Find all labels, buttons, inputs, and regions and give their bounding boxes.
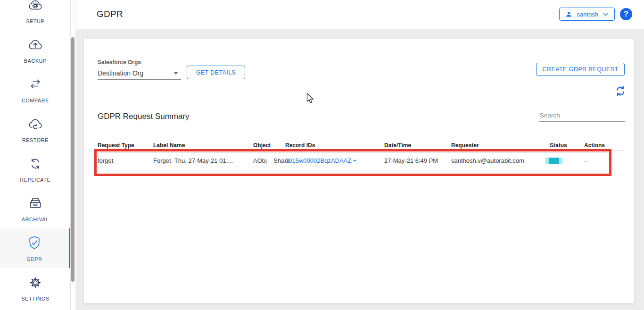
- column-header: Requester: [451, 142, 550, 149]
- replicate-icon: [27, 156, 43, 174]
- create-gdpr-request-button[interactable]: CREATE GDPR REQUEST: [536, 63, 625, 76]
- column-header: Object: [253, 142, 285, 149]
- cloud-upload-icon: [27, 37, 43, 55]
- sidebar-scrollbar-track[interactable]: [70, 0, 75, 310]
- org-select-value: Destination Org: [98, 69, 143, 77]
- sidebar-item-settings[interactable]: SETTINGS: [0, 268, 71, 308]
- record-ids-link[interactable]: 0015w00002BqzADAAZ +: [285, 157, 356, 164]
- sidebar-item-compare[interactable]: COMPARE: [0, 70, 71, 109]
- status-progress-bar: [545, 158, 562, 164]
- chevron-down-icon: [603, 11, 609, 17]
- column-header: Record IDs: [285, 142, 384, 149]
- shield-check-icon: [26, 235, 42, 253]
- org-select-label: Salesforce Orgs: [98, 59, 141, 66]
- help-icon[interactable]: ?: [620, 8, 632, 20]
- archive-icon: [27, 195, 43, 213]
- org-select[interactable]: Destination Org: [98, 67, 181, 80]
- sidebar-item-label: COMPARE: [22, 98, 49, 103]
- sidebar-item-label: RESTORE: [22, 137, 49, 143]
- sidebar-item-label: REPLICATE: [20, 177, 51, 183]
- user-name: santosh: [577, 11, 598, 18]
- gdpr-card: Salesforce Orgs Destination Org GET DETA…: [84, 39, 634, 303]
- column-header: Request Type: [98, 142, 153, 149]
- column-header: Actions: [584, 142, 644, 149]
- table-header-divider: [94, 151, 624, 151]
- cell-object: AObj__Share: [253, 157, 285, 174]
- get-details-button[interactable]: GET DETAILS: [187, 66, 245, 79]
- cell-date-time: 27-May-21 6:49 PM: [384, 157, 451, 174]
- column-header: Status: [550, 142, 584, 149]
- sidebar-item-archival[interactable]: ARCHIVAL: [0, 189, 71, 228]
- dropdown-arrow-icon: [173, 72, 178, 75]
- sidebar-item-replicate[interactable]: REPLICATE: [0, 149, 71, 189]
- cloud-gear-icon: [27, 0, 43, 15]
- sidebar-scrollbar-thumb[interactable]: [71, 37, 74, 282]
- sidebar-item-backup[interactable]: BACKUP: [0, 30, 71, 70]
- search-input[interactable]: [539, 109, 625, 122]
- cloud-restore-icon: [27, 116, 43, 134]
- sidebar-item-gdpr[interactable]: GDPR: [0, 228, 71, 268]
- sidebar: SETUP BACKUP COMPARE: [0, 0, 71, 310]
- refresh-icon[interactable]: [615, 86, 626, 96]
- table-header-row: Request Type Label Name Object Record ID…: [98, 142, 644, 149]
- cell-label-name: Forget_Thu, 27-May-21 01:...: [153, 157, 253, 174]
- cell-requester: santhosh.v@autorabit.com: [451, 157, 550, 174]
- cell-actions: --: [584, 157, 612, 174]
- main-region: GDPR santosh ? Salesforce Orgs Des: [76, 0, 644, 310]
- user-menu-button[interactable]: santosh: [559, 8, 615, 21]
- topbar: GDPR santosh ?: [76, 0, 644, 29]
- column-header: Date/Time: [384, 142, 451, 149]
- status-progress-fill: [549, 158, 559, 164]
- sidebar-item-label: SETTINGS: [22, 296, 50, 302]
- cell-request-type: forget: [98, 157, 153, 174]
- sidebar-item-label: ARCHIVAL: [22, 217, 49, 222]
- summary-title: GDPR Request Summary: [98, 112, 190, 121]
- sidebar-nav: SETUP BACKUP COMPARE: [0, 0, 71, 308]
- sidebar-item-setup[interactable]: SETUP: [0, 0, 71, 30]
- sidebar-item-label: BACKUP: [24, 58, 47, 64]
- sidebar-item-label: SETUP: [26, 18, 44, 24]
- user-icon: [565, 11, 572, 18]
- gear-icon: [27, 275, 43, 293]
- content-area: Salesforce Orgs Destination Org GET DETA…: [76, 29, 644, 310]
- table-row[interactable]: forget Forget_Thu, 27-May-21 01:... AObj…: [98, 152, 612, 174]
- compare-arrows-icon: [27, 76, 43, 94]
- page-title: GDPR: [97, 9, 123, 19]
- sidebar-item-label: GDPR: [26, 256, 42, 262]
- column-header: Label Name: [153, 142, 253, 149]
- sidebar-item-restore[interactable]: RESTORE: [0, 109, 71, 149]
- table-body: forget Forget_Thu, 27-May-21 01:... AObj…: [84, 152, 634, 174]
